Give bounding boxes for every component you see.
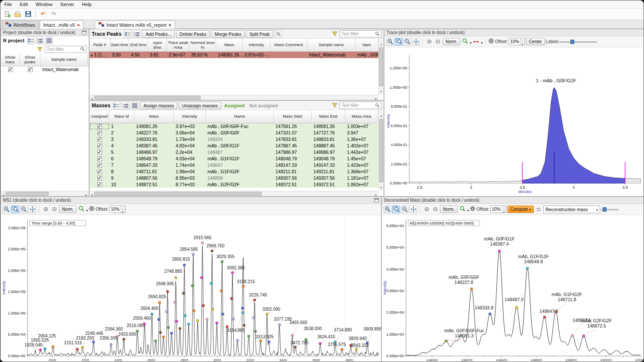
offset-spinner[interactable]: 10% ▲▼ (109, 206, 126, 213)
column-header[interactable]: Intensity (243, 39, 270, 51)
zoom-rect-mode-icon[interactable] (395, 38, 402, 46)
checkbox[interactable] (97, 182, 102, 187)
grid-view-icon[interactable] (131, 102, 139, 109)
redo-icon[interactable]: ↷ (49, 9, 58, 19)
auto-zoom-button[interactable] (458, 206, 466, 213)
list-view-icon[interactable] (27, 37, 35, 44)
list-view-icon[interactable] (113, 102, 121, 109)
add-peaks-button[interactable]: Add Peaks... (142, 30, 175, 38)
filter-funnel-icon[interactable] (331, 30, 338, 38)
zoom-rect-mode-icon[interactable] (392, 206, 400, 213)
zoom-in-mode-icon[interactable] (386, 38, 394, 46)
link-axes-icon[interactable] (535, 206, 542, 213)
tab-workflows[interactable]: Workflows (2, 20, 39, 29)
not-assigned-filter-toggle[interactable]: Not assigned (249, 103, 278, 108)
spin-up-icon[interactable]: ▲ (520, 39, 525, 42)
mass-row[interactable]: 5148486.972.2e+04148487147986.97148986.9… (90, 149, 384, 156)
delete-peaks-button[interactable]: Delete Peaks (176, 30, 210, 38)
zoom-out-icon[interactable] (50, 206, 58, 213)
normalize-button[interactable]: Norm. (59, 206, 77, 213)
trace-peak-row[interactable]: ▸ 1 (1...3.504.503.812.9e+0735.53 %14808… (90, 52, 384, 58)
menu-edit[interactable]: Edit (16, 1, 32, 8)
column-header[interactable]: Apex time (148, 39, 167, 51)
zoom-out-mode-icon[interactable] (20, 206, 28, 213)
chevron-down-icon[interactable]: ▾ (86, 206, 88, 213)
mass-row[interactable]: 10148872.518.77e+03mAb , G2F/G2F148372.5… (90, 181, 384, 188)
checkbox[interactable] (97, 176, 102, 181)
normalize-button[interactable]: Norm. (440, 206, 458, 213)
save-icon[interactable] (23, 9, 33, 19)
zoom-out-mode-icon[interactable] (403, 38, 411, 46)
offset-spinner[interactable]: 10% ▲▼ (509, 38, 525, 45)
checkbox[interactable] (97, 163, 102, 168)
column-header[interactable]: Intensity (174, 110, 206, 123)
project-panel-header[interactable]: Project (double click to dock / undock) (1, 29, 89, 36)
deconvolved-panel-header[interactable]: Deconvolved Mass (double click to dock /… (382, 197, 644, 204)
zoom-out-icon[interactable] (434, 38, 442, 46)
labels-slider[interactable] (559, 39, 597, 44)
chevron-down-icon[interactable]: ▾ (467, 206, 469, 213)
masses-vscrollbar[interactable]: ▴ ▾ (378, 110, 384, 191)
spin-up-icon[interactable]: ▲ (121, 206, 125, 209)
column-header[interactable]: Mass Comment (270, 39, 307, 51)
tab-intact-mab-v5[interactable]: Intact...mAb v5× (40, 20, 84, 29)
checkbox[interactable] (97, 124, 102, 129)
column-header[interactable]: Trace peak Area (167, 39, 189, 51)
tree-view-icon[interactable] (122, 102, 130, 109)
gear-icon[interactable] (470, 206, 476, 213)
gear-icon[interactable] (89, 206, 95, 213)
filter-funnel-icon[interactable] (36, 45, 43, 53)
mass-row[interactable]: 8148711.811.99e+04mAb , G1F/G2F148211.81… (90, 169, 384, 175)
zoom-out-mode-icon[interactable] (401, 206, 409, 213)
zoom-in-mode-icon[interactable] (3, 206, 10, 213)
mass-row[interactable]: 2148227.763.06e+04mAb , G0F/G0F147331.07… (90, 130, 384, 136)
column-header[interactable]: Sample name (40, 53, 88, 66)
zoom-in-icon[interactable] (425, 38, 433, 46)
checkbox[interactable] (97, 131, 102, 135)
center-button[interactable]: Center (526, 38, 545, 45)
column-header[interactable]: End time (129, 39, 148, 51)
trace-plot-panel-header[interactable]: Trace plot (double click to dock / undoc… (384, 29, 644, 36)
range-select-icon[interactable] (472, 38, 480, 46)
column-header[interactable]: Sample name (307, 39, 356, 51)
dock-icon[interactable] (82, 31, 87, 34)
open-document-icon[interactable] (13, 9, 22, 19)
auto-zoom-button[interactable] (461, 38, 469, 46)
offset-spinner[interactable]: 10% ▲▼ (490, 206, 507, 213)
assigned-filter-toggle[interactable]: Assigned (224, 103, 245, 108)
checkbox[interactable] (97, 144, 102, 148)
mass-row[interactable]: 4148387.454.82e+04mAb , G0F/G1F147887.45… (90, 143, 384, 149)
scroll-down-icon[interactable]: ▾ (381, 87, 382, 94)
masses-hscrollbar[interactable]: ◂ ▸ (90, 191, 378, 196)
tree-view-icon[interactable] (133, 30, 141, 38)
column-header[interactable]: Start time (110, 39, 129, 51)
menu-server[interactable]: Server (56, 1, 78, 8)
trace-peaks-hscrollbar[interactable]: ◂ ▸ (90, 95, 378, 100)
pan-mode-icon[interactable] (409, 206, 417, 213)
ms1-chart[interactable]: 5.000e+041.000e+051.500e+052.000e+052.50… (1, 215, 381, 362)
chevron-down-icon[interactable]: ▾ (470, 38, 471, 46)
zoom-out-icon[interactable] (431, 206, 439, 213)
compute-button[interactable]: Compute▾ (508, 206, 534, 213)
deconvolved-chart[interactable]: 0.000e+001.000e+042.000e+043.000e+044.00… (382, 215, 644, 362)
split-peak-button[interactable]: Split Peak (246, 30, 273, 38)
gear-icon[interactable] (488, 38, 494, 46)
project-filter-input[interactable] (46, 47, 79, 52)
column-header[interactable]: Mass (134, 110, 174, 123)
column-header[interactable]: Mass Area (345, 110, 378, 123)
reconstruction-mass-dropdown[interactable]: Reconstruction mass ▾ (543, 206, 600, 213)
column-header[interactable]: Mass Id (109, 110, 134, 123)
mass-row[interactable]: 6148548.794.03e+04mAb , G1F/G1F148048.79… (90, 156, 384, 162)
trace-peaks-vscrollbar[interactable]: ▴ ▾ (378, 39, 384, 95)
masses-filter-input[interactable] (341, 103, 374, 108)
project-hscrollbar[interactable]: ◂ ▸ (1, 191, 89, 196)
column-header[interactable]: Mass End (312, 110, 345, 123)
trace-peaks-filter-input[interactable] (341, 31, 374, 36)
mass-row[interactable]: 3148333.811.73e+04148334147833.81148833.… (90, 136, 384, 143)
mass-row[interactable]: 9148807.568.95e+03148808148307.56149307.… (90, 175, 384, 181)
filter-funnel-icon[interactable] (331, 102, 338, 109)
pan-mode-icon[interactable] (412, 38, 420, 46)
zoom-in-icon[interactable] (423, 206, 430, 213)
column-header[interactable]: Assigned (90, 110, 109, 123)
merge-peaks-button[interactable]: Merge Peaks (211, 30, 245, 38)
